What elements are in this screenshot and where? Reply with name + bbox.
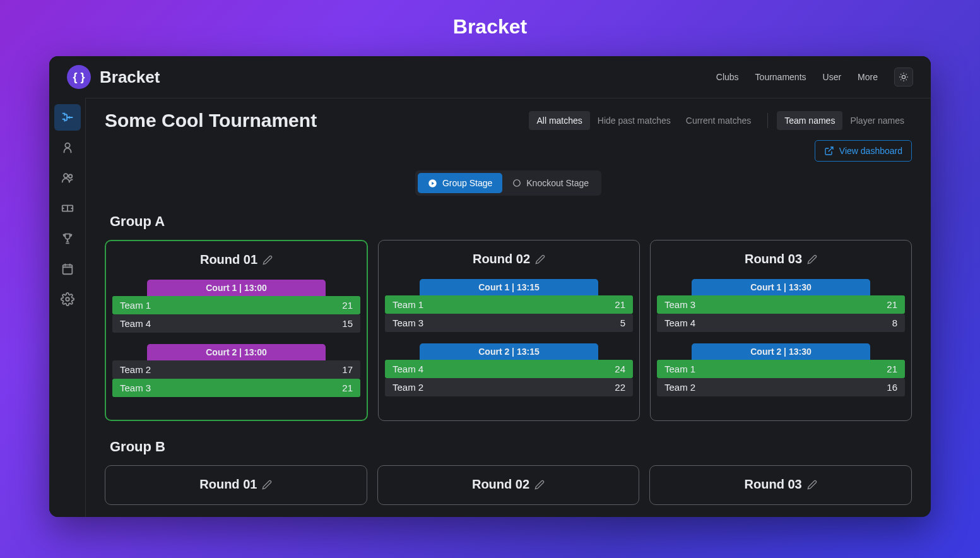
page-heading: Bracket	[0, 0, 980, 56]
team-score: 8	[892, 318, 897, 328]
nav-tournaments[interactable]: Tournaments	[755, 72, 806, 82]
tab-group-stage[interactable]: Group Stage	[418, 173, 502, 193]
pencil-icon[interactable]	[262, 480, 272, 490]
pencil-icon[interactable]	[263, 255, 273, 265]
team-score: 21	[342, 383, 353, 393]
sidebar-item-bracket[interactable]	[54, 104, 81, 131]
match-header: Court 1 | 13:15	[420, 279, 598, 295]
calendar-icon	[61, 262, 74, 276]
user-icon	[61, 141, 74, 155]
filter-hide-past[interactable]: Hide past matches	[590, 111, 678, 130]
svg-point-0	[902, 75, 905, 78]
filter-all-matches[interactable]: All matches	[529, 111, 589, 130]
sidebar-item-calendar[interactable]	[54, 256, 81, 282]
tab-knockout-stage[interactable]: Knockout Stage	[502, 173, 599, 193]
view-dashboard-button[interactable]: View dashboard	[815, 140, 912, 162]
match-row: Team 424	[385, 360, 633, 378]
team-score: 21	[615, 299, 625, 310]
match[interactable]: Court 2 | 13:15Team 424Team 222	[385, 343, 633, 396]
tournament-title: Some Cool Tournament	[105, 110, 317, 131]
team-name: Team 1	[664, 364, 695, 374]
round-card[interactable]: Round 02	[377, 465, 640, 505]
team-name: Team 1	[393, 299, 423, 310]
match-header: Court 2 | 13:00	[147, 344, 326, 360]
match-row: Team 321	[657, 295, 905, 314]
team-score: 21	[887, 299, 897, 310]
nav-more[interactable]: More	[858, 72, 878, 82]
match[interactable]: Court 1 | 13:30Team 321Team 48	[657, 279, 905, 332]
filter-current[interactable]: Current matches	[678, 111, 759, 130]
round-title-text: Round 01	[199, 477, 257, 492]
match[interactable]: Court 1 | 13:15Team 121Team 35	[385, 279, 633, 332]
team-name: Team 1	[120, 300, 151, 311]
match[interactable]: Court 2 | 13:30Team 121Team 216	[657, 343, 905, 396]
circle-icon	[512, 179, 521, 187]
pencil-icon[interactable]	[535, 254, 545, 264]
svg-point-1	[65, 143, 69, 148]
round-title-text: Round 03	[745, 252, 802, 266]
round-card[interactable]: Round 03	[649, 465, 912, 505]
round-title: Round 03	[657, 252, 905, 266]
court-icon	[61, 201, 74, 215]
name-filter-segment: Team names Player names	[777, 111, 912, 130]
pencil-icon[interactable]	[807, 254, 817, 264]
pencil-icon[interactable]	[807, 480, 817, 490]
theme-toggle-button[interactable]	[894, 68, 913, 86]
round-card[interactable]: Round 01	[105, 465, 367, 505]
sidebar	[49, 98, 86, 517]
sidebar-item-user[interactable]	[54, 134, 81, 161]
team-score: 17	[342, 364, 353, 375]
team-score: 24	[615, 364, 625, 374]
pencil-icon[interactable]	[534, 480, 545, 490]
team-score: 21	[342, 300, 353, 311]
match-row: Team 217	[112, 360, 360, 379]
logo[interactable]: { } Bracket	[67, 65, 160, 89]
round-title-text: Round 02	[472, 477, 529, 492]
app-header: { } Bracket Clubs Tournaments User More	[49, 56, 931, 98]
play-circle-icon	[428, 179, 437, 188]
users-icon	[61, 171, 74, 185]
team-name: Team 2	[120, 364, 151, 375]
match-row: Team 48	[657, 314, 905, 332]
group-title: Group A	[110, 213, 912, 230]
match-row: Team 222	[385, 378, 633, 396]
round-title: Round 02	[385, 252, 633, 266]
sidebar-item-settings[interactable]	[54, 286, 81, 312]
match-header: Court 1 | 13:00	[147, 280, 326, 296]
sidebar-item-court[interactable]	[54, 195, 81, 222]
match-row: Team 121	[385, 295, 633, 314]
team-name: Team 3	[393, 318, 423, 328]
nav-clubs[interactable]: Clubs	[716, 72, 739, 82]
app-window: { } Bracket Clubs Tournaments User More	[49, 56, 931, 517]
team-name: Team 4	[664, 318, 695, 328]
round-card[interactable]: Round 01Court 1 | 13:00Team 121Team 415C…	[105, 240, 368, 421]
round-title: Round 01	[112, 252, 360, 267]
team-score: 16	[887, 382, 897, 393]
match[interactable]: Court 1 | 13:00Team 121Team 415	[112, 280, 360, 333]
round-title-text: Round 01	[200, 252, 257, 267]
match-header: Court 1 | 13:30	[692, 279, 870, 295]
team-score: 5	[620, 318, 625, 328]
tab-knockout-stage-label: Knockout Stage	[526, 178, 589, 188]
match-row: Team 121	[657, 360, 905, 378]
filter-team-names[interactable]: Team names	[777, 111, 842, 130]
rounds-row: Round 01Court 1 | 13:00Team 121Team 415C…	[105, 240, 912, 421]
bracket-icon	[61, 110, 74, 124]
round-title: Round 01	[112, 477, 360, 492]
sidebar-item-users[interactable]	[54, 165, 81, 191]
match-row: Team 35	[385, 314, 633, 332]
round-card[interactable]: Round 02Court 1 | 13:15Team 121Team 35Co…	[378, 240, 640, 421]
filter-player-names[interactable]: Player names	[842, 111, 912, 130]
round-card[interactable]: Round 03Court 1 | 13:30Team 321Team 48Co…	[650, 240, 912, 421]
nav-user[interactable]: User	[823, 72, 842, 82]
match[interactable]: Court 2 | 13:00Team 217Team 321	[112, 344, 360, 397]
team-name: Team 2	[664, 382, 695, 393]
gear-icon	[61, 292, 74, 306]
svg-rect-5	[63, 265, 73, 275]
round-title-text: Round 02	[473, 252, 530, 266]
logo-icon: { }	[67, 65, 91, 89]
sidebar-item-trophy[interactable]	[54, 225, 81, 252]
match-header: Court 2 | 13:30	[692, 343, 870, 360]
round-title-text: Round 03	[745, 477, 802, 492]
main-content: Some Cool Tournament All matches Hide pa…	[86, 98, 931, 517]
